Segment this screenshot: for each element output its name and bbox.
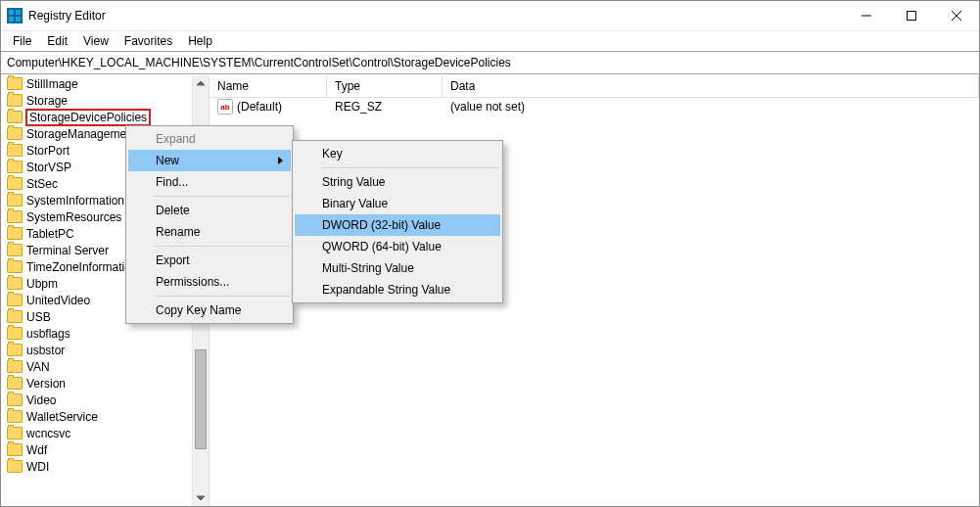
tree-item-label: usbstor — [25, 344, 66, 357]
folder-icon — [7, 244, 23, 256]
col-header-type[interactable]: Type — [327, 75, 443, 97]
value-data: (value not set) — [443, 100, 979, 114]
tree-item[interactable]: WalletService — [1, 408, 192, 425]
ctx-item-binary-value[interactable]: Binary Value — [295, 193, 500, 214]
folder-icon — [7, 161, 23, 173]
chevron-right-icon — [278, 157, 283, 164]
scroll-up-icon[interactable] — [193, 75, 209, 91]
folder-icon — [7, 127, 23, 140]
folder-icon — [7, 260, 23, 273]
col-header-data[interactable]: Data — [443, 75, 979, 97]
ctx-item-key[interactable]: Key — [295, 143, 500, 164]
ctx-item-delete[interactable]: Delete — [128, 200, 291, 221]
folder-icon — [7, 327, 23, 340]
context-menu-new: Key String Value Binary Value DWORD (32-… — [292, 140, 503, 303]
address-bar[interactable]: Computer\HKEY_LOCAL_MACHINE\SYSTEM\Curre… — [1, 51, 979, 74]
separator — [155, 296, 290, 297]
ctx-item-permissions[interactable]: Permissions... — [128, 271, 291, 293]
minimize-button[interactable] — [844, 1, 889, 30]
svg-rect-1 — [908, 12, 916, 21]
list-row[interactable]: ab(Default)REG_SZ(value not set) — [210, 98, 979, 115]
tree-item-label: usbflags — [25, 327, 71, 341]
folder-icon — [7, 310, 23, 323]
tree-item[interactable]: Storage — [1, 92, 192, 109]
ctx-item-dword-value[interactable]: DWORD (32-bit) Value — [295, 214, 500, 236]
folder-icon — [7, 227, 23, 240]
value-type: REG_SZ — [327, 100, 443, 114]
col-header-name[interactable]: Name — [210, 75, 327, 97]
ctx-item-copy-key-name[interactable]: Copy Key Name — [128, 300, 291, 321]
separator — [321, 167, 499, 168]
tree-item-label: Storage — [25, 94, 69, 108]
maximize-button[interactable] — [889, 1, 934, 30]
tree-item[interactable]: VAN — [1, 358, 192, 375]
registry-editor-window: Registry Editor File Edit View Favorites… — [0, 0, 980, 507]
tree-item-label: StillImage — [25, 77, 79, 91]
tree-item[interactable]: usbflags — [1, 325, 192, 342]
ctx-item-expand[interactable]: Expand — [128, 128, 291, 150]
scroll-thumb[interactable] — [195, 349, 207, 449]
tree-item-label: TabletPC — [25, 227, 75, 241]
ctx-item-new[interactable]: New — [128, 150, 291, 171]
tree-item-label: USB — [25, 310, 52, 324]
ctx-item-qword-value[interactable]: QWORD (64-bit) Value — [295, 236, 500, 257]
tree-item-label: Ubpm — [25, 277, 59, 291]
tree-item-label: Terminal Server — [25, 244, 110, 257]
tree-item[interactable]: StorageDevicePolicies — [1, 109, 192, 125]
ctx-item-new-label: New — [156, 154, 179, 167]
tree-item-label: SystemResources — [25, 210, 122, 224]
tree-item[interactable]: StillImage — [1, 75, 192, 92]
string-value-icon: ab — [217, 99, 233, 115]
value-name: (Default) — [237, 100, 282, 114]
tree-item[interactable]: Version — [1, 375, 192, 392]
ctx-item-rename[interactable]: Rename — [128, 221, 291, 243]
menu-help[interactable]: Help — [180, 32, 220, 50]
tree-item[interactable]: WDI — [1, 458, 192, 475]
tree-item[interactable]: usbstor — [1, 342, 192, 358]
tree-item[interactable]: wcncsvc — [1, 425, 192, 441]
folder-icon — [7, 294, 23, 306]
folder-icon — [7, 210, 23, 223]
menu-file[interactable]: File — [5, 32, 39, 50]
regedit-icon — [7, 8, 23, 23]
folder-icon — [7, 393, 23, 406]
ctx-item-find[interactable]: Find... — [128, 171, 291, 193]
folder-icon — [7, 344, 23, 356]
tree-item-label: TimeZoneInformation — [25, 260, 139, 274]
tree-item[interactable]: Video — [1, 392, 192, 408]
tree-item-label: StorageDevicePolicies — [25, 109, 151, 126]
folder-icon — [7, 427, 23, 439]
tree-item-label: Version — [25, 377, 67, 391]
folder-icon — [7, 360, 23, 373]
ctx-item-expandable-string-value[interactable]: Expandable String Value — [295, 279, 500, 300]
close-button[interactable] — [934, 1, 979, 30]
tree-item-label: Wdf — [25, 443, 48, 457]
context-menu-key: Expand New Find... Delete Rename Export … — [125, 125, 294, 324]
folder-icon — [7, 460, 23, 473]
tree-item-label: VAN — [25, 360, 51, 374]
scroll-down-icon[interactable] — [193, 490, 209, 506]
folder-icon — [7, 277, 23, 290]
menu-edit[interactable]: Edit — [39, 32, 75, 50]
separator — [155, 246, 290, 247]
tree-item-label: Video — [25, 393, 57, 407]
ctx-item-multi-string-value[interactable]: Multi-String Value — [295, 257, 500, 279]
tree-item-label: wcncsvc — [25, 427, 71, 440]
titlebar: Registry Editor — [1, 1, 979, 31]
tree-item-label: StorPort — [25, 144, 70, 158]
folder-icon — [7, 377, 23, 390]
folder-icon — [7, 94, 23, 107]
tree-item-label: StorageManagement — [25, 127, 137, 141]
folder-icon — [7, 111, 23, 123]
tree-item-label: WDI — [25, 460, 50, 474]
tree-item-label: UnitedVideo — [25, 294, 91, 307]
folder-icon — [7, 77, 23, 90]
ctx-item-export[interactable]: Export — [128, 250, 291, 271]
window-title: Registry Editor — [28, 9, 844, 23]
menu-view[interactable]: View — [75, 32, 117, 50]
tree-item[interactable]: Wdf — [1, 441, 192, 458]
ctx-item-string-value[interactable]: String Value — [295, 171, 500, 193]
tree-item-label: StSec — [25, 177, 59, 191]
menu-favorites[interactable]: Favorites — [117, 32, 180, 50]
folder-icon — [7, 177, 23, 190]
